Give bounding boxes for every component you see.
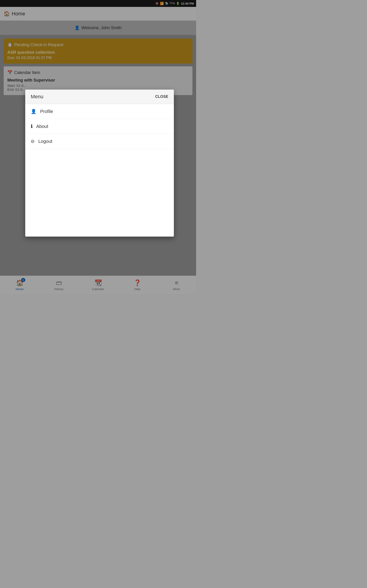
menu-item-about[interactable]: ℹ About <box>25 119 174 134</box>
menu-item-logout[interactable]: ⊖ Logout <box>25 134 174 149</box>
menu-about-label: About <box>36 124 48 129</box>
menu-close-button[interactable]: CLOSE <box>155 95 168 99</box>
menu-profile-label: Profile <box>40 109 53 114</box>
menu-title: Menu <box>31 94 43 100</box>
menu-logout-label: Logout <box>38 139 52 144</box>
logout-icon: ⊖ <box>31 138 35 144</box>
menu-header: Menu CLOSE <box>25 90 174 104</box>
menu-drawer: Menu CLOSE 👤 Profile ℹ About ⊖ Logout <box>25 90 174 237</box>
info-icon: ℹ <box>31 124 33 129</box>
menu-item-profile[interactable]: 👤 Profile <box>25 104 174 119</box>
profile-icon: 👤 <box>31 109 36 114</box>
